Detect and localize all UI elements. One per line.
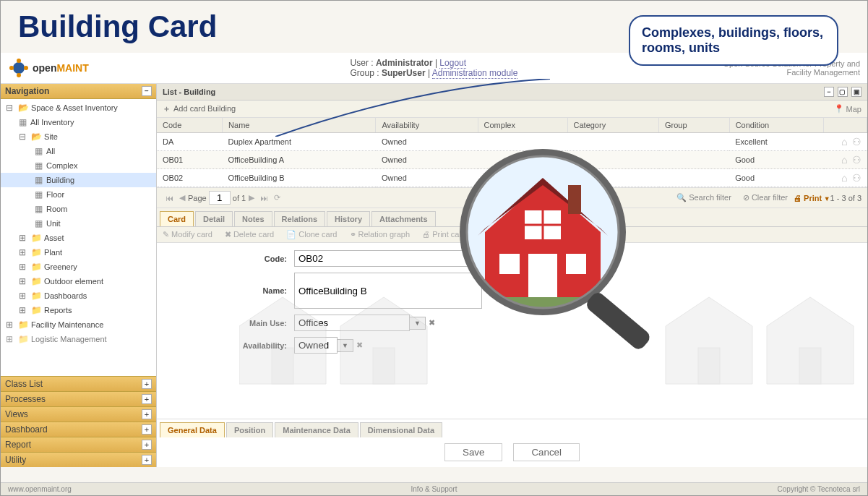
- tree-item-building[interactable]: Building: [1, 173, 156, 187]
- accordion-class-list[interactable]: Class List+: [1, 376, 156, 391]
- minimize-button[interactable]: −: [824, 87, 834, 97]
- col-code[interactable]: Code: [157, 118, 223, 133]
- footer-url[interactable]: www.openmaint.org: [8, 485, 72, 493]
- col-condition[interactable]: Condition: [729, 118, 823, 133]
- print-button[interactable]: 🖨 Print: [794, 194, 830, 202]
- expand-icon: +: [142, 409, 152, 419]
- last-page-button[interactable]: ⏭: [257, 194, 271, 202]
- tab-relations[interactable]: Relations: [274, 211, 326, 226]
- logout-link[interactable]: Logout: [439, 58, 466, 69]
- restore-button[interactable]: ▢: [838, 87, 848, 97]
- svg-point-0: [13, 62, 25, 74]
- tree-item-unit[interactable]: Unit: [1, 216, 156, 231]
- tree-root[interactable]: Space & Asset Inventory: [1, 101, 156, 115]
- tree-item-site[interactable]: Site: [1, 129, 156, 144]
- delete-card-button[interactable]: Delete card: [225, 230, 274, 239]
- tree-item-asset[interactable]: Asset: [1, 231, 156, 245]
- expand-icon: [17, 261, 28, 273]
- availability-clear-button[interactable]: ✖: [356, 341, 363, 350]
- tree-item-all-inventory[interactable]: All Inventory: [1, 115, 156, 129]
- tab-card[interactable]: Card: [160, 211, 194, 226]
- col-group[interactable]: Group: [659, 118, 730, 133]
- nav-tree: Space & Asset Inventory All Inventory Si…: [1, 99, 156, 376]
- accordion-dashboard[interactable]: Dashboard+: [1, 422, 156, 437]
- accordion-utility[interactable]: Utility+: [1, 452, 156, 467]
- tab-attachments[interactable]: Attachments: [371, 211, 436, 226]
- tree-item-floor[interactable]: Floor: [1, 187, 156, 202]
- tree-item-complex[interactable]: Complex: [1, 158, 156, 173]
- map-button[interactable]: Map: [834, 104, 861, 114]
- table-row[interactable]: OB01OfficeBuilding AOwnedGood⌂⚇: [157, 151, 867, 169]
- tree-item-all[interactable]: All: [1, 144, 156, 158]
- tree-item-plant[interactable]: Plant: [1, 245, 156, 260]
- add-card-button[interactable]: Add card Building: [163, 103, 236, 114]
- refresh-button[interactable]: ⟳: [271, 193, 283, 202]
- mainuse-clear-button[interactable]: ✖: [429, 318, 435, 328]
- hierarchy-icon[interactable]: ⚇: [852, 172, 861, 184]
- svg-point-2: [24, 66, 28, 70]
- admin-module-link[interactable]: Administration module: [432, 68, 518, 79]
- callout-tail: [275, 79, 550, 137]
- relation-graph-button[interactable]: Relation graph: [350, 230, 411, 239]
- tree-item-outdoor-element[interactable]: Outdoor element: [1, 274, 156, 288]
- expand-icon: [17, 275, 28, 287]
- tree-item-reports[interactable]: Reports: [1, 303, 156, 317]
- maximize-button[interactable]: ▣: [851, 87, 861, 97]
- table-row[interactable]: OB02OfficeBuilding BOwnedGood⌂⚇: [157, 169, 867, 187]
- footer-copyright: Copyright © Tecnoteca srl: [778, 485, 860, 493]
- clone-card-button[interactable]: Clone card: [286, 230, 337, 239]
- availability-input[interactable]: [294, 337, 338, 354]
- modify-card-button[interactable]: Modify card: [163, 230, 212, 239]
- folder-open-icon: [30, 131, 42, 142]
- form-button-bar: Save Cancel: [157, 437, 867, 467]
- name-label: Name:: [171, 286, 294, 295]
- callout-bubble: Complexes, buildings, floors, rooms, uni…: [629, 15, 838, 66]
- collapse-icon: [17, 131, 28, 142]
- mainuse-input[interactable]: [294, 315, 410, 331]
- form-sub-tabs: General DataPositionMaintenance DataDime…: [157, 419, 867, 437]
- tree-item-facility[interactable]: Facility Maintenance: [1, 317, 156, 332]
- next-page-button[interactable]: ▶: [246, 193, 257, 202]
- tree-item-logistic[interactable]: Logistic Management: [1, 332, 156, 346]
- tree-item-room[interactable]: Room: [1, 202, 156, 216]
- cancel-button[interactable]: Cancel: [513, 443, 580, 461]
- home-icon[interactable]: ⌂: [841, 172, 847, 184]
- tree-item-dashboards[interactable]: Dashboards: [1, 288, 156, 303]
- page-input[interactable]: [209, 191, 231, 205]
- prev-page-button[interactable]: ◀: [176, 193, 188, 202]
- subtab-position[interactable]: Position: [226, 422, 273, 437]
- print-card-button[interactable]: Print card: [422, 230, 475, 239]
- accordion-report[interactable]: Report+: [1, 437, 156, 452]
- collapse-sidebar-button[interactable]: −: [142, 86, 152, 96]
- home-icon[interactable]: ⌂: [841, 154, 847, 166]
- hierarchy-icon[interactable]: ⚇: [852, 154, 861, 166]
- subtab-general-data[interactable]: General Data: [160, 422, 225, 437]
- window-buttons: − ▢ ▣: [822, 87, 861, 97]
- availability-dropdown-button[interactable]: ▼: [338, 339, 353, 352]
- home-icon[interactable]: ⌂: [841, 136, 847, 147]
- grid-icon: [33, 160, 44, 171]
- search-filter-button[interactable]: 🔍 Search filter: [676, 193, 731, 202]
- subtab-maintenance-data[interactable]: Maintenance Data: [275, 422, 358, 437]
- first-page-button[interactable]: ⏮: [163, 194, 176, 202]
- subtab-dimensional-data[interactable]: Dimensional Data: [360, 422, 442, 437]
- col-category[interactable]: Category: [567, 118, 659, 133]
- mainuse-dropdown-button[interactable]: ▼: [410, 317, 426, 330]
- save-button[interactable]: Save: [444, 443, 502, 461]
- tree-item-greenery[interactable]: Greenery: [1, 260, 156, 274]
- name-input[interactable]: [294, 273, 482, 309]
- grid-icon: [33, 218, 44, 229]
- accordion-views[interactable]: Views+: [1, 406, 156, 422]
- footer-info-link[interactable]: Info & Support: [411, 485, 457, 493]
- folder-icon: [30, 261, 42, 273]
- tab-detail[interactable]: Detail: [195, 211, 233, 226]
- logo: openMAINT: [8, 57, 89, 79]
- tab-notes[interactable]: Notes: [234, 211, 272, 226]
- accordion-processes[interactable]: Processes+: [1, 391, 156, 406]
- tab-history[interactable]: History: [327, 211, 370, 226]
- clear-filter-button[interactable]: ⊘ Clear filter: [743, 193, 788, 202]
- expand-icon: [17, 247, 28, 258]
- code-input[interactable]: [294, 250, 482, 267]
- expand-icon: [4, 333, 15, 345]
- hierarchy-icon[interactable]: ⚇: [852, 136, 861, 147]
